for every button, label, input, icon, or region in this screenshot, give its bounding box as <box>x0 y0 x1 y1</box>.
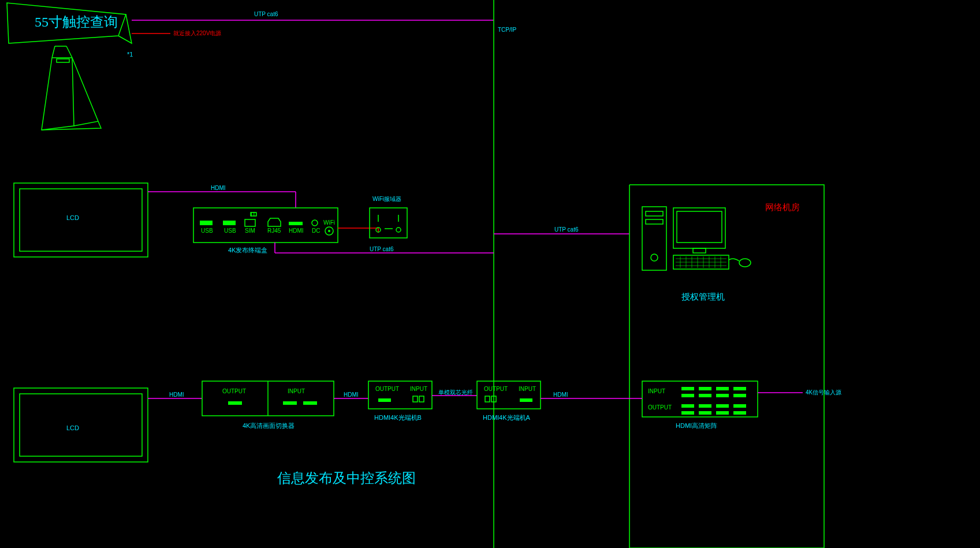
svg-rect-5 <box>223 221 236 225</box>
p-dc: DC <box>312 228 320 234</box>
kiosk-title: 55寸触控查询 <box>35 14 118 29</box>
svg-rect-71 <box>520 398 532 402</box>
lbl-utp3: UTP cat6 <box>554 226 579 233</box>
svg-rect-61 <box>228 401 242 405</box>
svg-rect-43 <box>716 387 729 390</box>
optical-b: OUTPUT INPUT HDMI4K光端机B <box>368 381 432 421</box>
lcd2-label: LCD <box>66 424 79 431</box>
p-wifi: WiFi <box>323 219 335 226</box>
pc-label: 授权管理机 <box>681 292 725 301</box>
svg-rect-48 <box>733 394 746 397</box>
optb-in: INPUT <box>410 386 427 392</box>
svg-rect-26 <box>693 248 706 253</box>
lbl-power: 就近接入220V电源 <box>173 30 221 36</box>
svg-rect-45 <box>681 394 694 397</box>
svg-rect-12 <box>370 208 407 238</box>
p-it: IT <box>251 211 256 218</box>
svg-point-11 <box>328 230 330 232</box>
footer-title: 信息发布及中控系统图 <box>277 471 416 486</box>
svg-rect-2 <box>20 189 142 251</box>
wifi-adapter: WiFi服域器 <box>370 196 407 238</box>
svg-rect-50 <box>699 404 711 408</box>
p-sim: SIM <box>245 228 255 234</box>
lbl-hdmi-a: HDMI <box>169 392 184 398</box>
switcher-label: 4K高清画面切换器 <box>243 422 295 429</box>
box4k-label: 4K发布终端盒 <box>228 247 267 254</box>
opta-out: OUTPUT <box>484 386 508 392</box>
room-title: 网络机房 <box>765 202 800 212</box>
kiosk-qty: *1 <box>127 51 133 58</box>
svg-rect-1 <box>14 183 148 257</box>
lbl-utp1: UTP cat6 <box>254 11 278 17</box>
svg-rect-67 <box>419 396 424 402</box>
lcd1-label: LCD <box>66 214 79 221</box>
svg-rect-21 <box>646 211 663 216</box>
svg-rect-51 <box>716 404 729 408</box>
svg-rect-44 <box>733 387 746 390</box>
matrix-out-lbl: OUTPUT <box>648 404 672 411</box>
svg-point-16 <box>396 228 401 232</box>
svg-rect-53 <box>681 411 694 415</box>
svg-point-23 <box>651 254 658 261</box>
matrix-label: HDMI高清矩阵 <box>676 422 717 429</box>
svg-rect-22 <box>646 219 663 224</box>
lbl-hdmi1: HDMI <box>211 185 226 191</box>
lcd-1: LCD <box>14 183 148 257</box>
svg-rect-25 <box>677 211 722 243</box>
svg-rect-41 <box>681 387 694 390</box>
p-usb1: USB <box>201 228 213 234</box>
opta-label: HDMI4K光端机A <box>483 414 531 421</box>
matrix-in-lbl: INPUT <box>648 388 665 394</box>
svg-rect-47 <box>716 394 729 397</box>
svg-rect-55 <box>716 411 729 415</box>
svg-rect-69 <box>485 396 490 402</box>
kiosk-55: 55寸触控查询 *1 <box>7 3 133 130</box>
lbl-fiber: 单模双芯光纤 <box>438 389 473 396</box>
svg-point-39 <box>739 259 751 267</box>
optical-a: OUTPUT INPUT HDMI4K光端机A <box>477 381 541 421</box>
sw-out: OUTPUT <box>222 388 246 394</box>
svg-rect-65 <box>378 398 391 402</box>
svg-rect-56 <box>733 411 746 415</box>
svg-rect-0 <box>57 59 69 62</box>
cad-diagram: 55寸触控查询 *1 UTP cat6 就近接入220V电源 TCP/IP LC… <box>0 0 980 548</box>
p-rj45: RJ45 <box>267 228 281 234</box>
optb-out: OUTPUT <box>375 386 399 392</box>
lbl-tcpip: TCP/IP <box>498 27 517 33</box>
svg-rect-66 <box>413 396 418 402</box>
server-room: 网络机房 授权管理机 INPUT OUTPUT HD <box>629 185 824 548</box>
svg-rect-8 <box>289 222 303 225</box>
wifi-label: WiFi服域器 <box>372 196 401 202</box>
sw-in: INPUT <box>288 388 305 394</box>
p-hdmi: HDMI <box>289 228 304 234</box>
opta-in: INPUT <box>519 386 536 392</box>
lbl-utp2: UTP cat6 <box>370 246 394 252</box>
svg-rect-54 <box>699 411 711 415</box>
svg-rect-58 <box>20 394 142 456</box>
box-4k: USB USB SIM IT RJ45 HDMI DC WiFi 4K发布终端盒 <box>193 208 338 254</box>
svg-rect-57 <box>14 388 148 462</box>
lcd-2: LCD <box>14 388 148 462</box>
svg-rect-6 <box>245 219 255 226</box>
svg-point-9 <box>312 220 318 226</box>
p-usb2: USB <box>224 228 236 234</box>
optb-label: HDMI4K光端机B <box>374 414 422 421</box>
lbl-hdmi-b: HDMI <box>344 392 359 398</box>
switcher-4k: OUTPUT INPUT 4K高清画面切换器 <box>202 381 334 429</box>
svg-rect-19 <box>629 185 824 548</box>
svg-rect-52 <box>733 404 746 408</box>
svg-rect-63 <box>303 401 317 405</box>
svg-rect-42 <box>699 387 711 390</box>
svg-rect-49 <box>681 404 694 408</box>
lbl-ext: 4K信号输入源 <box>806 389 841 396</box>
svg-rect-4 <box>200 221 213 225</box>
svg-rect-46 <box>699 394 711 397</box>
lbl-hdmi-c: HDMI <box>553 392 568 398</box>
svg-rect-62 <box>283 401 297 405</box>
